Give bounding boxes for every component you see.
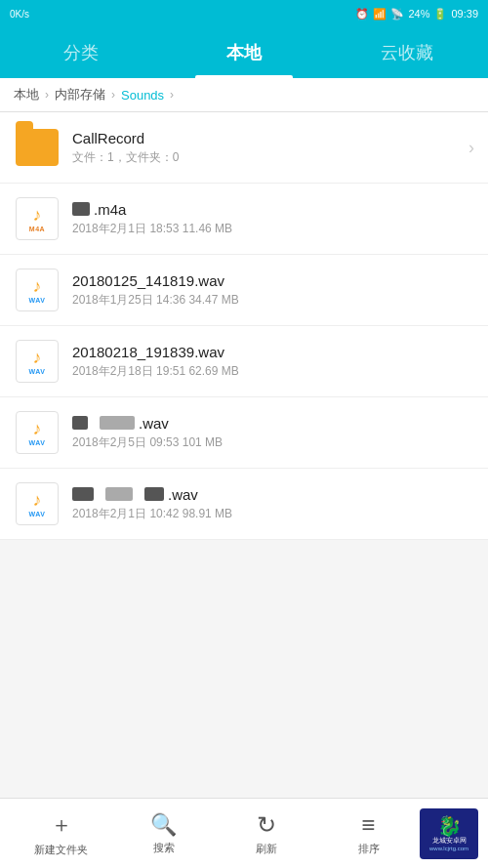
file-info: CallRecord 文件：1，文件夹：0	[72, 130, 461, 166]
list-item[interactable]: ♪ WAV 20180125_141819.wav 2018年1月25日 14:…	[0, 255, 488, 326]
plus-icon: ＋	[51, 810, 72, 840]
redacted-text-2	[100, 416, 135, 430]
tab-cloud[interactable]: 云收藏	[325, 27, 488, 78]
chevron-right-icon: ›	[468, 138, 474, 158]
breadcrumb-sounds[interactable]: Sounds	[121, 88, 164, 103]
music-note-icon: ♪	[33, 206, 42, 224]
redacted-text	[72, 202, 90, 216]
nav-refresh[interactable]: ↻ 刷新	[215, 811, 317, 856]
file-info: .wav 2018年2月1日 10:42 98.91 MB	[72, 486, 474, 522]
dragon-icon: 🐉	[437, 816, 462, 836]
breadcrumb-arrow-1: ›	[45, 88, 49, 102]
file-info: 20180125_141819.wav 2018年1月25日 14:36 34.…	[72, 272, 474, 309]
folder-icon	[14, 124, 61, 171]
battery-level: 24%	[408, 8, 429, 20]
breadcrumb-local[interactable]: 本地	[14, 86, 39, 103]
battery-icon: 🔋	[433, 8, 447, 21]
list-item[interactable]: ♪ WAV .wav 2018年2月5日 09:53 101 MB	[0, 397, 488, 469]
audio-file-icon: ♪ M4A	[14, 195, 61, 242]
breadcrumb: 本地 › 内部存储 › Sounds ›	[0, 78, 488, 112]
alarm-icon: ⏰	[355, 8, 369, 21]
file-name: .m4a	[72, 201, 474, 218]
clock: 09:39	[451, 8, 478, 20]
list-item[interactable]: ♪ WAV 20180218_191839.wav 2018年2月18日 19:…	[0, 326, 488, 397]
redacted-text-b	[105, 487, 133, 501]
file-meta: 2018年2月18日 19:51 62.69 MB	[72, 363, 474, 380]
tab-classify-label: 分类	[63, 41, 99, 64]
signal-icon: 📡	[390, 8, 404, 21]
music-note-icon: ♪	[33, 349, 42, 366]
file-info: .m4a 2018年2月1日 18:53 11.46 MB	[72, 201, 474, 237]
redacted-text-c	[144, 487, 164, 501]
nav-sort[interactable]: ≡ 排序	[317, 811, 420, 856]
file-name: 20180218_191839.wav	[72, 344, 474, 360]
file-name: .wav	[72, 415, 474, 432]
tab-classify[interactable]: 分类	[0, 27, 163, 78]
list-item[interactable]: ♪ M4A .m4a 2018年2月1日 18:53 11.46 MB	[0, 184, 488, 255]
redacted-text-1	[72, 416, 88, 430]
breadcrumb-arrow-3: ›	[170, 88, 174, 102]
search-icon: 🔍	[150, 812, 177, 838]
audio-file-icon: ♪ WAV	[14, 267, 61, 313]
file-meta: 2018年2月1日 10:42 98.91 MB	[72, 506, 474, 522]
refresh-icon: ↻	[257, 811, 276, 839]
status-bar: 0K/s ⏰ 📶 📡 24% 🔋 09:39	[0, 0, 488, 27]
file-name: CallRecord	[72, 130, 461, 146]
nav-search-label: 搜索	[153, 841, 175, 855]
file-meta: 2018年2月5日 09:53 101 MB	[72, 434, 474, 451]
file-meta: 文件：1，文件夹：0	[72, 149, 461, 166]
file-name: 20180125_141819.wav	[72, 272, 474, 289]
file-info: 20180218_191839.wav 2018年2月18日 19:51 62.…	[72, 344, 474, 380]
tab-local-label: 本地	[226, 41, 262, 64]
redacted-text-a	[72, 487, 94, 501]
music-note-icon: ♪	[33, 420, 42, 437]
nav-new-folder-label: 新建文件夹	[34, 843, 88, 857]
nav-refresh-label: 刷新	[256, 842, 277, 856]
nav-new-folder[interactable]: ＋ 新建文件夹	[10, 810, 112, 857]
nav-sort-label: 排序	[358, 842, 380, 856]
tab-cloud-label: 云收藏	[381, 41, 433, 64]
file-list: CallRecord 文件：1，文件夹：0 › ♪ M4A .m4a 2018年…	[0, 112, 488, 800]
audio-file-icon: ♪ WAV	[14, 338, 61, 385]
watermark-site: 龙城安卓网	[432, 836, 467, 846]
list-item[interactable]: ♪ WAV .wav 2018年2月1日 10:42 98.91 MB	[0, 469, 488, 540]
audio-file-icon: ♪ WAV	[14, 409, 61, 456]
watermark-url: www.lcjrtg.com	[429, 846, 468, 851]
file-meta: 2018年2月1日 18:53 11.46 MB	[72, 221, 474, 237]
nav-search[interactable]: 🔍 搜索	[112, 812, 215, 855]
audio-file-icon: ♪ WAV	[14, 480, 61, 527]
sort-icon: ≡	[361, 811, 375, 839]
music-note-icon: ♪	[33, 277, 42, 295]
breadcrumb-storage[interactable]: 内部存储	[55, 86, 105, 103]
breadcrumb-arrow-2: ›	[111, 88, 115, 102]
watermark-badge[interactable]: 🐉 龙城安卓网 www.lcjrtg.com	[420, 808, 478, 859]
tab-local[interactable]: 本地	[163, 27, 326, 78]
list-item[interactable]: CallRecord 文件：1，文件夹：0 ›	[0, 112, 488, 184]
file-meta: 2018年1月25日 14:36 34.47 MB	[72, 292, 474, 309]
tab-bar: 分类 本地 云收藏	[0, 27, 488, 78]
wifi-icon: 📶	[373, 8, 386, 21]
bottom-nav: ＋ 新建文件夹 🔍 搜索 ↻ 刷新 ≡ 排序 🐉 龙城安卓网 www.lcjrt…	[0, 798, 488, 868]
file-name: .wav	[72, 486, 474, 503]
music-note-icon: ♪	[33, 491, 42, 509]
network-speed: 0K/s	[10, 9, 29, 20]
file-info: .wav 2018年2月5日 09:53 101 MB	[72, 415, 474, 451]
